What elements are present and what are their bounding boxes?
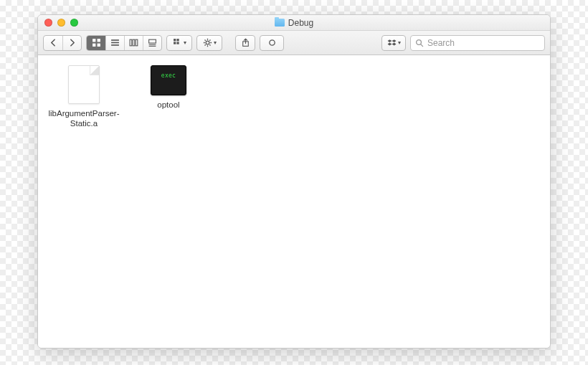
- svg-rect-9: [136, 39, 138, 46]
- file-name: libArgumentParser-Static.a: [45, 108, 123, 129]
- search-icon: [415, 39, 424, 47]
- search-field[interactable]: [410, 35, 545, 51]
- share-button[interactable]: [235, 35, 255, 51]
- tags-button[interactable]: [260, 35, 284, 51]
- svg-point-17: [206, 41, 209, 44]
- svg-line-29: [421, 44, 423, 46]
- arrange-button[interactable]: ▾: [167, 36, 191, 50]
- svg-rect-7: [130, 39, 132, 46]
- svg-rect-1: [97, 39, 100, 42]
- svg-line-23: [209, 44, 210, 45]
- svg-point-27: [269, 40, 274, 45]
- svg-rect-10: [149, 39, 156, 43]
- file-item[interactable]: libArgumentParser-Static.a: [45, 65, 123, 129]
- file-name: optool: [157, 100, 179, 110]
- file-grid[interactable]: libArgumentParser-Static.a exec optool: [38, 55, 550, 348]
- gear-icon: [203, 38, 212, 47]
- toolbar: ▾ ▾: [38, 31, 550, 55]
- chevron-left-icon: [49, 38, 58, 47]
- action-button[interactable]: ▾: [197, 36, 222, 50]
- column-view-button[interactable]: [124, 36, 143, 50]
- window-title-text: Debug: [288, 18, 313, 28]
- folder-icon: [275, 19, 285, 27]
- svg-rect-3: [97, 44, 100, 47]
- finder-window: Debug: [37, 14, 551, 349]
- svg-rect-11: [149, 44, 156, 45]
- svg-rect-13: [174, 39, 176, 41]
- view-mode-buttons: [86, 35, 162, 51]
- action-button-group: ▾: [196, 35, 222, 51]
- chevron-down-icon: ▾: [214, 39, 217, 46]
- window-title: Debug: [38, 18, 550, 28]
- svg-rect-2: [93, 44, 95, 47]
- svg-rect-15: [174, 42, 176, 44]
- close-button[interactable]: [44, 19, 52, 27]
- svg-rect-0: [93, 39, 95, 42]
- arrange-button-group: ▾: [166, 35, 192, 51]
- list-view-button[interactable]: [105, 36, 124, 50]
- svg-line-25: [209, 39, 210, 40]
- gallery-view-button[interactable]: [143, 36, 161, 50]
- svg-rect-4: [111, 39, 119, 41]
- svg-rect-5: [111, 42, 119, 44]
- dropbox-icon: [387, 38, 397, 47]
- tag-icon: [267, 38, 277, 47]
- arrange-icon: [173, 38, 182, 47]
- columns-icon: [129, 38, 138, 47]
- chevron-down-icon: ▾: [184, 39, 186, 46]
- svg-rect-16: [176, 42, 179, 44]
- svg-rect-14: [176, 39, 179, 41]
- minimize-button[interactable]: [57, 19, 65, 27]
- list-icon: [110, 38, 120, 47]
- exec-label: exec: [161, 72, 176, 79]
- chevron-down-icon: ▾: [398, 39, 401, 46]
- svg-line-24: [204, 44, 205, 45]
- svg-rect-12: [149, 46, 156, 47]
- grid-icon: [92, 38, 101, 47]
- titlebar[interactable]: Debug: [38, 15, 550, 31]
- back-button[interactable]: [44, 36, 62, 50]
- share-icon: [241, 38, 250, 47]
- window-controls: [44, 19, 78, 27]
- dropbox-button[interactable]: ▾: [381, 35, 406, 51]
- document-icon: [68, 65, 100, 104]
- nav-buttons: [43, 35, 82, 51]
- chevron-right-icon: [67, 38, 77, 47]
- search-input[interactable]: [427, 38, 540, 48]
- executable-icon: exec: [151, 65, 186, 95]
- svg-rect-6: [111, 44, 119, 46]
- file-item[interactable]: exec optool: [130, 65, 207, 110]
- icon-view-button[interactable]: [87, 36, 105, 50]
- forward-button[interactable]: [62, 36, 81, 50]
- coverflow-icon: [148, 38, 157, 47]
- svg-rect-8: [133, 39, 135, 46]
- maximize-button[interactable]: [70, 19, 78, 27]
- svg-line-22: [204, 39, 205, 40]
